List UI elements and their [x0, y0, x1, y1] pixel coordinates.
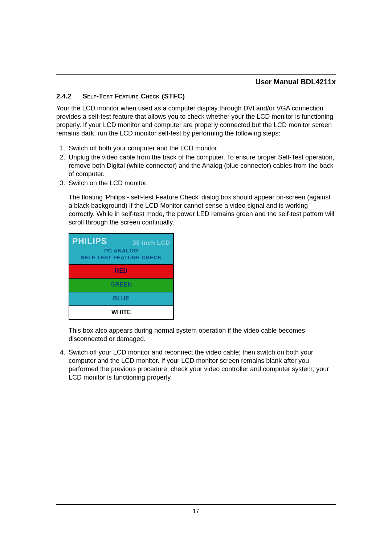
color-bar-green: GREEN — [69, 278, 173, 292]
section-title: Self-Test Feature Check (STFC) — [82, 92, 185, 101]
dialog-line-2: SELF TEST FEATURE CHECK — [72, 254, 170, 261]
step-item: Switch off your LCD monitor and reconnec… — [67, 348, 336, 382]
page-number: 17 — [56, 508, 336, 515]
color-bar-red: RED — [69, 264, 173, 278]
step-text: Switch on the LCD monitor. — [69, 179, 148, 187]
step-item: Switch off both your computer and the LC… — [67, 144, 336, 153]
manual-page: User Manual BDL4211x 2.4.2 Self-Test Fea… — [0, 0, 392, 555]
dialog-line-1: PC ANALOG — [72, 247, 170, 254]
step-item: Unplug the video cable from the back of … — [67, 153, 336, 178]
self-test-dialog-illustration: PHILIPS 30 inch LCD PC ANALOG SELF TEST … — [69, 233, 174, 320]
intro-paragraph: Your the LCD monitor when used as a comp… — [56, 104, 336, 138]
color-bar-white: WHITE — [69, 305, 173, 319]
top-rule — [56, 74, 336, 75]
section-number: 2.4.2 — [56, 92, 72, 101]
bottom-rule — [56, 504, 336, 505]
color-bar-blue: BLUE — [69, 292, 173, 305]
doc-title: User Manual BDL4211x — [56, 77, 336, 87]
page-footer: 17 — [56, 504, 336, 515]
step-item: Switch on the LCD monitor. The floating … — [67, 179, 336, 343]
lcd-size-label: 30 inch LCD — [132, 239, 170, 247]
note-after-step3: The floating 'Philips - self-test Featur… — [69, 193, 336, 227]
dialog-header: PHILIPS 30 inch LCD PC ANALOG SELF TEST … — [69, 234, 173, 264]
section-heading: 2.4.2 Self-Test Feature Check (STFC) — [56, 92, 336, 101]
note-after-diagram: This box also appears during normal syst… — [69, 327, 336, 343]
steps-list: Switch off both your computer and the LC… — [56, 144, 336, 382]
brand-label: PHILIPS — [72, 236, 107, 247]
